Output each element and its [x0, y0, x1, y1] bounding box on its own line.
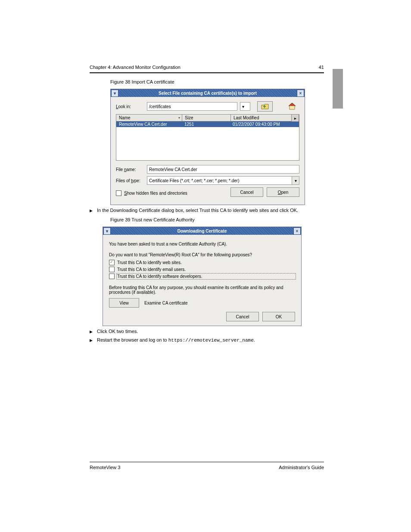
- file-name-field[interactable]: RemoteView CA Cert.der: [147, 165, 299, 174]
- footer-product: RemoteView 3: [90, 465, 120, 470]
- trust-email-label: Trust this CA to identify email users.: [117, 267, 186, 272]
- look-in-field[interactable]: /certificates: [147, 102, 237, 111]
- cert-intro: You have been asked to trust a new Certi…: [109, 242, 295, 246]
- step-bullet: ▶ In the Downloading Certificate dialog …: [90, 208, 324, 214]
- bullet-3-host: https://remoteview_server_name: [168, 338, 254, 343]
- trust-dev-label: Trust this CA to identify software devel…: [117, 274, 295, 279]
- look-in-label: Look in:: [116, 104, 144, 109]
- look-in-dropdown-arrow[interactable]: ▾: [240, 102, 250, 111]
- dialog-title: Select File containing CA certificate(s)…: [159, 91, 257, 96]
- file-name-value: RemoteView CA Cert.der: [149, 167, 197, 172]
- step-bullet: ▶ Restart the browser and log on to http…: [90, 337, 324, 343]
- show-hidden-checkbox[interactable]: Show hidden files and directories: [116, 190, 187, 196]
- checkbox-checked-icon: [109, 260, 115, 265]
- col-modified[interactable]: Last Modified ▸: [231, 115, 299, 121]
- trust-websites-checkbox[interactable]: Trust this CA to identify web sites.: [109, 260, 295, 265]
- file-type-label: Files of type:: [116, 178, 144, 183]
- look-in-value: /certificates: [149, 104, 171, 109]
- window-menu-icon[interactable]: ▾: [111, 90, 118, 97]
- header-rule: [90, 72, 324, 73]
- bullet-3-suffix: .: [254, 337, 255, 342]
- bullet-text-3: Restart the browser and log on to https:…: [97, 337, 255, 343]
- column-menu-icon[interactable]: ▸: [291, 115, 299, 121]
- file-row-selected[interactable]: RemoteView CA Cert.der 1251 01/22/2007 0…: [116, 121, 299, 127]
- footer-doc: Administrator's Guide: [279, 465, 324, 470]
- file-row-size: 1251: [182, 121, 230, 127]
- header-title: Chapter 4: Advanced Monitor Configuratio…: [90, 65, 181, 70]
- col-size[interactable]: Size: [182, 115, 231, 121]
- dialog-titlebar: ▾ Downloading Certificate ×: [103, 227, 301, 235]
- trust-email-checkbox[interactable]: Trust this CA to identify email users.: [109, 267, 295, 272]
- cancel-button[interactable]: Cancel: [226, 312, 259, 321]
- figure-caption-39: Figure 39 Trust new Certificate Authorit…: [110, 217, 324, 222]
- trust-dev-checkbox[interactable]: Trust this CA to identify software devel…: [109, 274, 295, 279]
- col-name[interactable]: Name ▾: [116, 115, 182, 121]
- dialog-titlebar: ▾ Select File containing CA certificate(…: [111, 89, 305, 97]
- cancel-button[interactable]: Cancel: [230, 187, 263, 197]
- file-row-name: RemoteView CA Cert.der: [116, 121, 182, 127]
- home-icon[interactable]: [285, 101, 299, 111]
- figure-caption-38: Figure 38 Import CA certificate: [110, 79, 324, 84]
- close-icon[interactable]: ×: [293, 227, 301, 235]
- close-icon[interactable]: ×: [297, 90, 304, 97]
- file-list[interactable]: Name ▾ Size Last Modified ▸ RemoteView C…: [116, 114, 299, 161]
- examine-note: Before trusting this CA for any purpose,…: [109, 285, 295, 295]
- header-page-num: 41: [319, 65, 324, 70]
- bullet-3-prefix: Restart the browser and log on to: [97, 337, 168, 342]
- trust-websites-label: Trust this CA to identify web sites.: [117, 260, 182, 265]
- file-list-header: Name ▾ Size Last Modified ▸: [116, 115, 299, 121]
- view-button[interactable]: View: [109, 298, 139, 308]
- dialog-select-file: ▾ Select File containing CA certificate(…: [110, 89, 305, 205]
- thumb-tab: [333, 69, 343, 109]
- file-type-dropdown-arrow[interactable]: ▾: [292, 176, 299, 185]
- file-name-label: File name:: [116, 167, 144, 172]
- bullet-icon: ▶: [90, 208, 93, 214]
- open-button[interactable]: Open: [267, 187, 299, 197]
- checkbox-icon: [109, 274, 115, 279]
- cert-question: Do you want to trust "RemoteView(R) Root…: [109, 252, 295, 257]
- sort-indicator-icon: ▾: [178, 116, 180, 120]
- page-footer: RemoteView 3 Administrator's Guide: [90, 462, 324, 470]
- examine-label: Examine CA certificate: [144, 301, 188, 305]
- file-type-field[interactable]: Certificate Files (*.crt; *.cert; *.cer;…: [147, 176, 292, 185]
- bullet-text-2: Click OK two times.: [97, 329, 138, 334]
- file-type-value: Certificate Files (*.crt; *.cert; *.cer;…: [149, 178, 240, 183]
- dialog-title: Downloading Certificate: [177, 229, 227, 233]
- up-folder-icon[interactable]: [257, 101, 273, 112]
- checkbox-icon: [109, 267, 115, 272]
- window-menu-icon[interactable]: ▾: [103, 227, 111, 235]
- checkbox-icon: [116, 190, 121, 196]
- bullet-text-1: In the Downloading Certificate dialog bo…: [97, 208, 298, 213]
- bullet-icon: ▶: [90, 337, 93, 343]
- bullet-icon: ▶: [90, 329, 93, 335]
- show-hidden-label: Show hidden files and directories: [124, 191, 187, 196]
- file-row-modified: 01/22/2007 09:43:00 PM: [230, 121, 299, 127]
- ok-button[interactable]: OK: [262, 312, 295, 321]
- dialog-download-cert: ▾ Downloading Certificate × You have bee…: [103, 227, 302, 326]
- page-header: Chapter 4: Advanced Monitor Configuratio…: [90, 65, 324, 70]
- step-bullet: ▶ Click OK two times.: [90, 329, 324, 335]
